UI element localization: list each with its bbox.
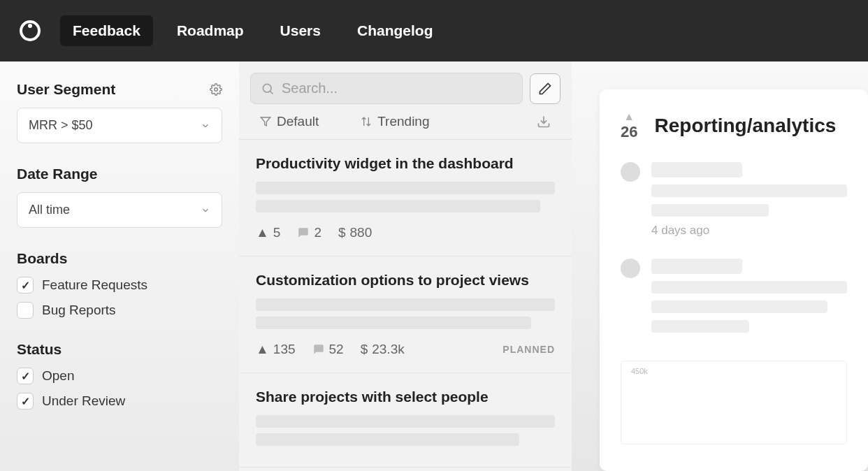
nav-feedback[interactable]: Feedback: [60, 15, 153, 46]
value-number: 23.3k: [372, 342, 404, 357]
segment-title: User Segment: [17, 81, 115, 98]
app-logo: [17, 17, 43, 44]
skeleton-line: [651, 204, 769, 217]
card-title: Productivity widget in the dashboard: [256, 155, 555, 172]
chevron-down-icon: [201, 121, 210, 131]
skeleton-line: [256, 298, 555, 311]
dollar-icon: $: [338, 225, 346, 240]
board-bug-reports[interactable]: Bug Reports: [17, 302, 222, 319]
nav-tabs: Feedback Roadmap Users Changelog: [60, 15, 445, 46]
sort-trending-label: Trending: [377, 114, 429, 129]
pencil-icon: [538, 82, 552, 96]
checkbox-icon: [17, 368, 34, 384]
vote-value: 5: [273, 225, 281, 240]
search-input[interactable]: [282, 80, 512, 96]
status-label: Under Review: [42, 393, 125, 409]
detail-panel: ▲ 26 Reporting/analytics 4 days ago: [572, 61, 868, 471]
status-title: Status: [17, 341, 222, 358]
skeleton-line: [256, 415, 555, 428]
comment-icon: [312, 343, 325, 356]
vote-count: ▲ 5: [256, 225, 280, 240]
sort-icon: [361, 116, 372, 127]
funnel-icon: [260, 116, 271, 127]
feedback-list-panel: Default Trending Productivity widget in …: [239, 61, 572, 471]
skeleton-line: [256, 200, 540, 212]
skeleton-line: [651, 184, 847, 197]
comment-count: 2: [297, 225, 321, 240]
skeleton-line: [651, 320, 749, 333]
svg-point-1: [28, 24, 32, 28]
chart-area: 450k: [621, 361, 847, 444]
chevron-down-icon: [201, 205, 210, 215]
value-number: 880: [350, 225, 372, 240]
daterange-value: All time: [29, 203, 70, 217]
timestamp: 4 days ago: [651, 224, 847, 238]
segment-dropdown[interactable]: MRR > $50: [17, 108, 222, 143]
skeleton-line: [256, 317, 531, 329]
value-amount: $ 23.3k: [361, 342, 405, 357]
status-badge: PLANNED: [502, 344, 555, 355]
nav-changelog[interactable]: Changelog: [345, 15, 446, 46]
dollar-icon: $: [361, 342, 368, 357]
filters-sidebar: User Segment MRR > $50 Date Range: [0, 61, 239, 471]
detail-vote-count: 26: [621, 123, 637, 141]
vote-value: 135: [273, 342, 296, 357]
chart-axis-label: 450k: [631, 367, 648, 375]
svg-point-2: [215, 88, 218, 92]
caret-up-icon: ▲: [256, 342, 269, 357]
compose-button[interactable]: [530, 73, 560, 104]
skeleton-line: [651, 281, 847, 294]
status-open[interactable]: Open: [17, 368, 222, 384]
skeleton-line: [651, 259, 742, 274]
feedback-card[interactable]: Customization options to project views ▲…: [239, 256, 572, 373]
comment-block: [621, 259, 847, 340]
comment-block: 4 days ago: [621, 162, 847, 238]
feedback-card[interactable]: Productivity widget in the dashboard ▲ 5…: [239, 140, 572, 256]
caret-up-icon: ▲: [256, 225, 269, 240]
caret-up-icon: ▲: [623, 110, 635, 123]
card-title: Customization options to project views: [256, 272, 555, 289]
svg-point-3: [263, 84, 271, 92]
detail-title: Reporting/analytics: [654, 115, 836, 137]
nav-users[interactable]: Users: [268, 15, 333, 46]
daterange-dropdown[interactable]: All time: [17, 192, 222, 228]
comment-value: 2: [314, 225, 321, 240]
value-amount: $ 880: [338, 225, 372, 240]
skeleton-line: [256, 182, 555, 194]
daterange-title: Date Range: [17, 166, 98, 182]
svg-line-4: [270, 91, 273, 94]
detail-vote-box[interactable]: ▲ 26: [621, 110, 637, 141]
gear-icon[interactable]: [210, 83, 222, 96]
checkbox-icon: [17, 277, 34, 294]
board-label: Feature Requests: [42, 277, 147, 293]
avatar: [621, 259, 640, 278]
vote-count: ▲ 135: [256, 342, 296, 357]
board-feature-requests[interactable]: Feature Requests: [17, 277, 222, 294]
svg-marker-5: [261, 117, 270, 126]
checkbox-icon: [17, 302, 34, 319]
search-icon: [261, 82, 275, 96]
board-label: Bug Reports: [42, 303, 116, 318]
filter-default-label: Default: [277, 114, 319, 129]
comment-value: 52: [329, 342, 344, 357]
skeleton-line: [651, 300, 827, 313]
download-button[interactable]: [537, 115, 551, 129]
skeleton-line: [256, 433, 519, 446]
card-title: Share projects with select people: [256, 389, 555, 405]
boards-title: Boards: [17, 250, 222, 267]
sort-trending[interactable]: Trending: [361, 114, 429, 129]
skeleton-line: [651, 162, 742, 177]
comment-icon: [297, 226, 310, 239]
nav-roadmap[interactable]: Roadmap: [164, 15, 256, 46]
top-navbar: Feedback Roadmap Users Changelog: [0, 0, 868, 61]
comment-count: 52: [312, 342, 344, 357]
filter-default[interactable]: Default: [260, 114, 319, 129]
status-label: Open: [42, 368, 74, 384]
status-under-review[interactable]: Under Review: [17, 393, 222, 410]
avatar: [621, 162, 640, 182]
feedback-card[interactable]: Share projects with select people: [239, 373, 572, 468]
segment-value: MRR > $50: [29, 118, 93, 133]
checkbox-icon: [17, 393, 34, 410]
search-box[interactable]: [250, 73, 523, 104]
